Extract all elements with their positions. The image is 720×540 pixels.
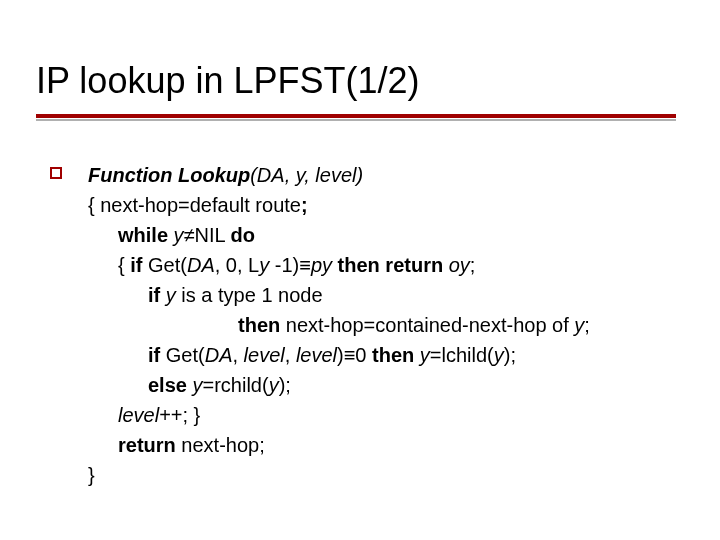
text: next-hop; <box>181 434 264 456</box>
text: while <box>118 224 174 246</box>
text: -1)≡ <box>269 254 311 276</box>
text: Get( <box>148 254 187 276</box>
text: DA <box>205 344 233 366</box>
text: , <box>232 344 243 366</box>
text: y <box>192 374 202 396</box>
code-line: Function Lookup(DA, y, level) <box>88 160 688 190</box>
text: DA <box>187 254 215 276</box>
code-line: else y=rchild(y); <box>88 370 688 400</box>
text: y <box>269 374 279 396</box>
text: then <box>372 344 420 366</box>
text: then return <box>338 254 449 276</box>
text: else <box>148 374 192 396</box>
bullet-square-icon <box>50 167 62 179</box>
text: is a type 1 node <box>181 284 322 306</box>
text: y <box>259 254 269 276</box>
slide-title: IP lookup in LPFST(1/2) <box>36 60 420 102</box>
text: , <box>285 344 296 366</box>
text: ≠NIL <box>184 224 231 246</box>
text: py <box>311 254 338 276</box>
text: then <box>238 314 286 336</box>
text: (DA, y, level) <box>250 164 363 186</box>
text: level <box>244 344 285 366</box>
text: next-hop=contained-next-hop of <box>286 314 575 336</box>
code-line: if y is a type 1 node <box>88 280 688 310</box>
text: y <box>174 224 184 246</box>
underline-red <box>36 114 676 118</box>
text: do <box>231 224 255 246</box>
body-text: Function Lookup(DA, y, level) { next-hop… <box>88 160 688 490</box>
text: , 0, L <box>215 254 259 276</box>
text: level <box>296 344 337 366</box>
code-line: return next-hop; <box>88 430 688 460</box>
title-underline <box>36 114 676 121</box>
code-line: } <box>88 460 688 490</box>
code-line: if Get(DA, level, level)≡0 then y=lchild… <box>88 340 688 370</box>
underline-grey <box>36 119 676 121</box>
code-line: { next-hop=default route; <box>88 190 688 220</box>
text: } <box>88 464 95 486</box>
text: Get( <box>166 344 205 366</box>
text: y <box>574 314 584 336</box>
text: level <box>118 404 159 426</box>
text: { next-hop=default route <box>88 194 301 216</box>
text: Function Lookup <box>88 164 250 186</box>
text: y <box>494 344 504 366</box>
text: ; <box>470 254 476 276</box>
text: ); <box>279 374 291 396</box>
text: =rchild( <box>202 374 268 396</box>
text: ++; } <box>159 404 200 426</box>
text: if <box>148 284 166 306</box>
text: { <box>118 254 130 276</box>
slide: IP lookup in LPFST(1/2) Function Lookup(… <box>0 0 720 540</box>
code-line: level++; } <box>88 400 688 430</box>
text: oy <box>449 254 470 276</box>
text: ); <box>504 344 516 366</box>
text: =lchild( <box>430 344 494 366</box>
text: return <box>118 434 181 456</box>
code-line: then next-hop=contained-next-hop of y; <box>88 310 688 340</box>
text: )≡0 <box>337 344 372 366</box>
text: y <box>166 284 182 306</box>
text: if <box>148 344 166 366</box>
text: ; <box>584 314 590 336</box>
text: if <box>130 254 148 276</box>
text: y <box>420 344 430 366</box>
code-line: while y≠NIL do <box>88 220 688 250</box>
text: ; <box>301 194 308 216</box>
code-line: { if Get(DA, 0, Ly -1)≡py then return oy… <box>88 250 688 280</box>
